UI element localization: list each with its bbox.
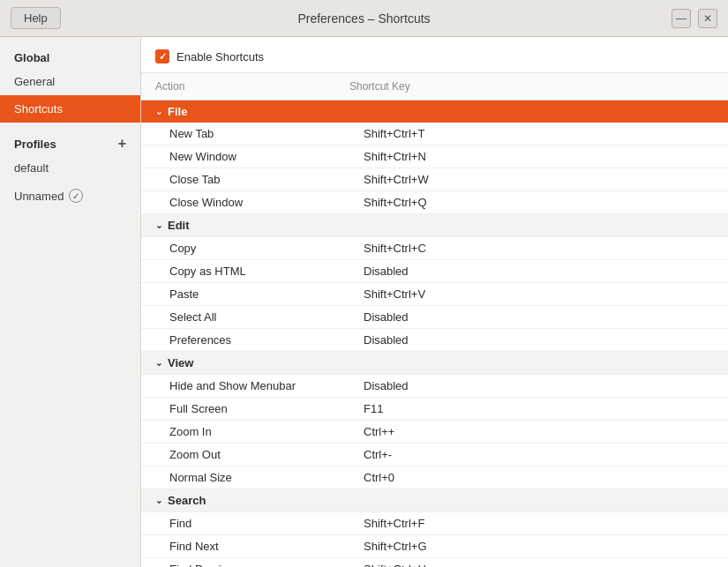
action-cell: Zoom In (169, 425, 364, 438)
shortcut-row[interactable]: Preferences Disabled (141, 329, 728, 352)
sidebar: Global General Shortcuts Profiles + defa… (0, 37, 141, 567)
enable-shortcuts-label: Enable Shortcuts (176, 50, 264, 63)
shortcut-row[interactable]: Copy Shift+Ctrl+C (141, 237, 728, 260)
action-cell: Copy as HTML (169, 265, 364, 278)
action-cell: Select All (169, 310, 364, 324)
chevron-icon: ⌄ (155, 107, 162, 116)
shortcut-row[interactable]: Zoom Out Ctrl+- (141, 444, 728, 466)
shortcut-row[interactable]: New Tab Shift+Ctrl+T (141, 123, 728, 145)
action-cell: Close Tab (169, 173, 364, 186)
sidebar-item-unnamed[interactable]: Unnamed ✓ (0, 182, 140, 210)
shortcut-row[interactable]: Find Previous Shift+Ctrl+H (141, 558, 728, 567)
key-cell: Disabled (364, 379, 714, 392)
key-cell: Shift+Ctrl+Q (364, 196, 714, 209)
content-area: Enable Shortcuts Action Shortcut Key ⌄Fi… (141, 37, 728, 567)
key-cell: Shift+Ctrl+W (364, 173, 714, 186)
shortcut-column-header: Shortcut Key (349, 77, 714, 96)
main-layout: Global General Shortcuts Profiles + defa… (0, 37, 728, 567)
enable-shortcuts-row: Enable Shortcuts (141, 37, 728, 73)
group-label: View (168, 356, 193, 369)
key-cell: Shift+Ctrl+V (364, 287, 714, 301)
profiles-header-label: Profiles (14, 138, 56, 151)
group-label: File (168, 105, 187, 118)
group-label: Search (168, 494, 206, 507)
sidebar-item-general[interactable]: General (0, 68, 140, 95)
shortcut-row[interactable]: Copy as HTML Disabled (141, 260, 728, 283)
enable-shortcuts-checkbox[interactable] (155, 49, 169, 63)
shortcut-row[interactable]: Hide and Show Menubar Disabled (141, 375, 728, 398)
window-controls: — ✕ (672, 9, 717, 28)
action-cell: Close Window (169, 196, 364, 209)
action-cell: Copy (169, 242, 364, 255)
shortcuts-table: ⌄File New Tab Shift+Ctrl+T New Window Sh… (141, 101, 728, 567)
shortcut-row[interactable]: Zoom In Ctrl++ (141, 421, 728, 444)
chevron-icon: ⌄ (155, 358, 162, 368)
unnamed-label: Unnamed (14, 190, 64, 203)
shortcut-row[interactable]: Paste Shift+Ctrl+V (141, 283, 728, 306)
check-circle-icon: ✓ (69, 189, 83, 203)
key-cell: Ctrl+0 (364, 471, 714, 484)
profiles-section: Profiles + (0, 130, 140, 154)
window-title: Preferences – Shortcuts (297, 11, 430, 26)
shortcut-row[interactable]: Find Shift+Ctrl+F (141, 512, 728, 535)
key-cell: Shift+Ctrl+F (364, 517, 714, 530)
shortcut-row[interactable]: Close Tab Shift+Ctrl+W (141, 168, 728, 191)
action-cell: Find Previous (169, 563, 364, 567)
shortcut-row[interactable]: Close Window Shift+Ctrl+Q (141, 191, 728, 214)
group-row-search[interactable]: ⌄Search (141, 489, 728, 512)
shortcut-row[interactable]: Full Screen F11 (141, 398, 728, 421)
key-cell: Disabled (364, 310, 714, 324)
action-cell: Preferences (169, 333, 364, 347)
action-cell: Normal Size (169, 471, 364, 484)
shortcut-row[interactable]: Normal Size Ctrl+0 (141, 466, 728, 489)
group-label: Edit (168, 219, 190, 232)
chevron-icon: ⌄ (155, 496, 162, 505)
action-cell: Hide and Show Menubar (169, 379, 364, 392)
action-cell: Find Next (169, 540, 364, 553)
titlebar: Help Preferences – Shortcuts — ✕ (0, 0, 728, 37)
action-cell: Zoom Out (169, 448, 364, 461)
sidebar-item-default[interactable]: default (0, 154, 140, 182)
key-cell: Shift+Ctrl+C (364, 242, 714, 255)
global-header: Global (0, 44, 140, 68)
key-cell: Shift+Ctrl+G (364, 540, 714, 553)
shortcut-row[interactable]: Find Next Shift+Ctrl+G (141, 535, 728, 558)
action-cell: New Window (169, 150, 364, 163)
group-row-edit[interactable]: ⌄Edit (141, 214, 728, 237)
sidebar-item-shortcuts[interactable]: Shortcuts (0, 95, 140, 123)
default-label: default (14, 161, 49, 175)
action-cell: Full Screen (169, 402, 364, 415)
add-profile-button[interactable]: + (118, 137, 126, 151)
group-row-view[interactable]: ⌄View (141, 352, 728, 375)
action-cell: New Tab (169, 127, 364, 140)
action-cell: Paste (169, 287, 364, 301)
key-cell: Shift+Ctrl+T (364, 127, 714, 140)
key-cell: Shift+Ctrl+H (364, 563, 714, 567)
group-row-file[interactable]: ⌄File (141, 101, 728, 123)
key-cell: Disabled (364, 333, 714, 347)
help-button[interactable]: Help (11, 7, 61, 29)
key-cell: Shift+Ctrl+N (364, 150, 714, 163)
action-column-header: Action (155, 77, 349, 96)
chevron-icon: ⌄ (155, 220, 162, 230)
close-button[interactable]: ✕ (698, 9, 717, 28)
minimize-button[interactable]: — (672, 9, 691, 28)
table-header: Action Shortcut Key (141, 73, 728, 101)
key-cell: Disabled (364, 265, 714, 278)
shortcut-row[interactable]: New Window Shift+Ctrl+N (141, 145, 728, 168)
shortcut-row[interactable]: Select All Disabled (141, 306, 728, 329)
key-cell: Ctrl++ (364, 425, 714, 438)
key-cell: Ctrl+- (364, 448, 714, 461)
key-cell: F11 (364, 402, 714, 415)
action-cell: Find (169, 517, 364, 530)
